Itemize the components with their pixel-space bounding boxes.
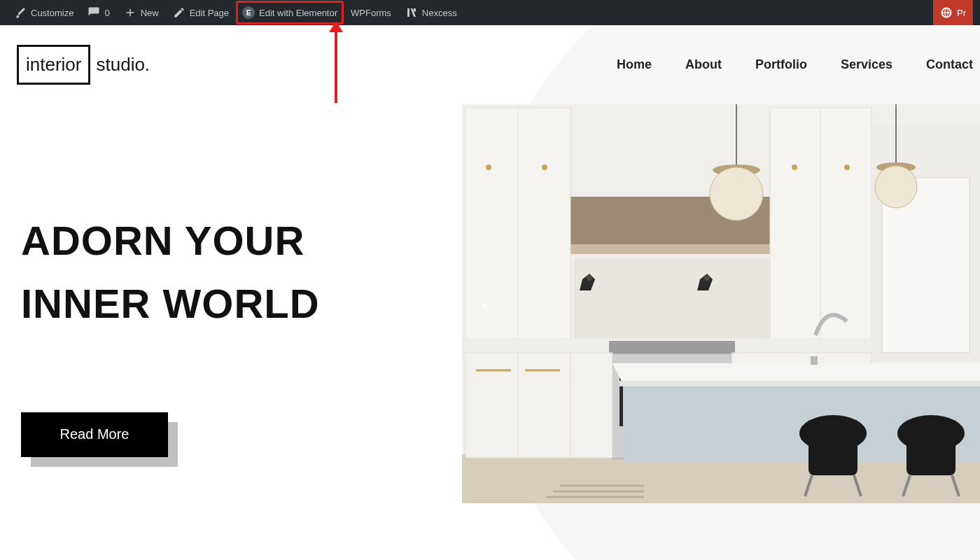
svg-rect-32 [620,381,980,386]
pencil-icon [173,6,186,19]
wpforms-label: WPForms [351,8,391,18]
brush-icon [14,6,27,19]
svg-rect-35 [808,433,858,475]
svg-rect-16 [609,341,735,354]
hero-title-line1: ADORN YOUR [21,218,304,263]
svg-point-22 [704,275,710,281]
svg-rect-19 [570,353,612,458]
hero-image [462,104,980,503]
chevron-left-icon [475,307,494,318]
main-nav: Home About Portfolio Services Contact [617,57,973,72]
globe-icon [940,6,953,19]
customize-link[interactable]: Customize [7,0,80,25]
svg-rect-33 [811,356,818,365]
logo-boxed-text: interior [17,45,90,85]
edit-page-label: Edit Page [190,8,229,18]
nexcess-icon [405,6,418,19]
new-label: New [141,8,159,18]
edit-elementor-label: Edit with Elementor [259,8,337,18]
comment-icon [88,6,100,19]
hero-section: ADORN YOUR INNER WORLD Read More [0,104,980,457]
nexcess-link[interactable]: Nexcess [398,0,464,25]
nav-portfolio[interactable]: Portfolio [755,57,807,72]
elementor-icon: E [242,6,255,19]
site-header: interior studio. Home About Portfolio Se… [0,25,980,104]
svg-point-29 [875,166,917,208]
hero-text: ADORN YOUR INNER WORLD Read More [21,104,469,457]
wpforms-link[interactable]: WPForms [344,0,398,25]
svg-rect-39 [906,433,955,475]
plus-icon [124,6,136,19]
read-more-button[interactable]: Read More [21,412,168,457]
nav-services[interactable]: Services [841,57,892,72]
carousel-prev-button[interactable] [475,297,494,319]
admin-right-item[interactable]: Pr [933,0,973,25]
cta-wrap: Read More [21,412,168,457]
logo-after-text: studio. [96,54,150,76]
new-link[interactable]: New [117,0,166,25]
wp-admin-bar: Customize 0 New Edit Page E Edit with El… [0,0,980,25]
svg-point-48 [844,164,850,170]
svg-point-25 [710,167,763,220]
nav-contact[interactable]: Contact [926,57,973,72]
svg-point-47 [792,164,797,170]
nav-home[interactable]: Home [617,57,652,72]
customize-label: Customize [31,8,74,18]
comments-link[interactable]: 0 [80,0,116,25]
comments-count: 0 [104,8,109,18]
edit-with-elementor-link[interactable]: E Edit with Elementor [236,1,344,24]
svg-point-21 [587,275,592,281]
hero-title-line2: INNER WORLD [21,281,320,326]
svg-point-45 [486,164,491,170]
nexcess-label: Nexcess [422,8,457,18]
site-logo[interactable]: interior studio. [17,45,150,85]
nav-about[interactable]: About [685,57,722,72]
edit-page-link[interactable]: Edit Page [166,0,236,25]
admin-right-label: Pr [957,8,966,18]
svg-rect-4 [569,244,772,254]
svg-point-46 [542,164,547,170]
hero-title: ADORN YOUR INNER WORLD [21,209,469,335]
